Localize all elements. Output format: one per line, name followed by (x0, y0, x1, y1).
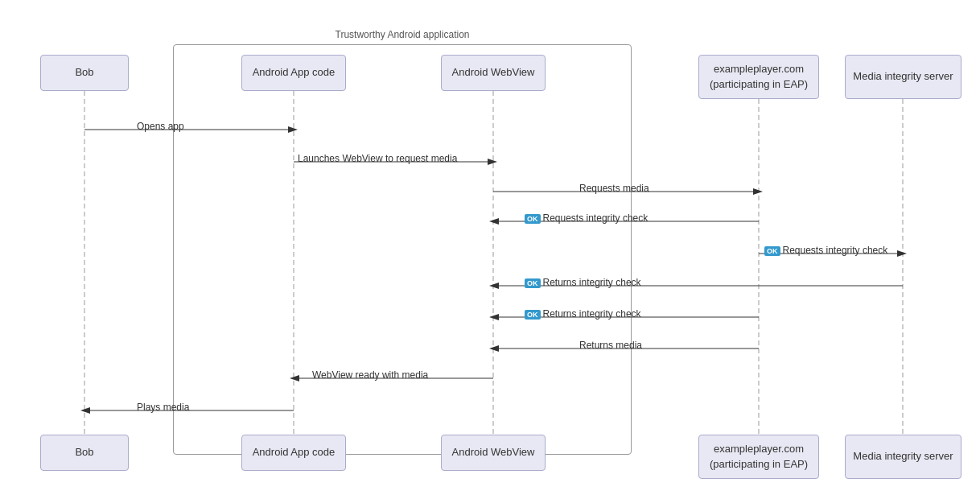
actor-appcode-top: Android App code (241, 55, 346, 91)
boundary-box (173, 44, 632, 455)
msg-requests-media: Requests media (579, 183, 649, 194)
msg-launches-webview: Launches WebView to request media (298, 153, 457, 164)
msg-webview-ready: WebView ready with media (312, 369, 428, 381)
svg-marker-14 (897, 250, 907, 257)
msg-plays-media: Plays media (137, 402, 189, 413)
msg-requests-check-2: OKRequests integrity check (764, 245, 887, 256)
msg-returns-check-1: OKReturns integrity check (525, 277, 641, 288)
actor-example-bottom: exampleplayer.com(participating in EAP) (698, 435, 819, 479)
actor-webview-bottom: Android WebView (441, 435, 546, 471)
actor-bob-top: Bob (40, 55, 129, 91)
msg-requests-check-1: OKRequests integrity check (525, 212, 648, 224)
svg-marker-24 (80, 407, 90, 414)
actor-appcode-bottom: Android App code (241, 435, 346, 471)
svg-marker-10 (753, 188, 763, 195)
actor-integrity-top: Media integrity server (845, 55, 961, 99)
msg-returns-media: Returns media (579, 340, 642, 351)
actor-webview-top: Android WebView (441, 55, 546, 91)
boundary-label: Trustworthy Android application (173, 29, 632, 40)
diagram-container: Trustworthy Android application Bob Andr… (0, 0, 980, 499)
ok-badge-2: OK (764, 246, 780, 256)
ok-badge-1: OK (525, 214, 541, 224)
actor-example-top: exampleplayer.com(participating in EAP) (698, 55, 819, 99)
msg-returns-check-2: OKReturns integrity check (525, 308, 641, 320)
actor-integrity-bottom: Media integrity server (845, 435, 961, 479)
actor-bob-bottom: Bob (40, 435, 129, 471)
ok-badge-4: OK (525, 310, 541, 320)
ok-badge-3: OK (525, 278, 541, 288)
msg-opens-app: Opens app (137, 121, 184, 132)
